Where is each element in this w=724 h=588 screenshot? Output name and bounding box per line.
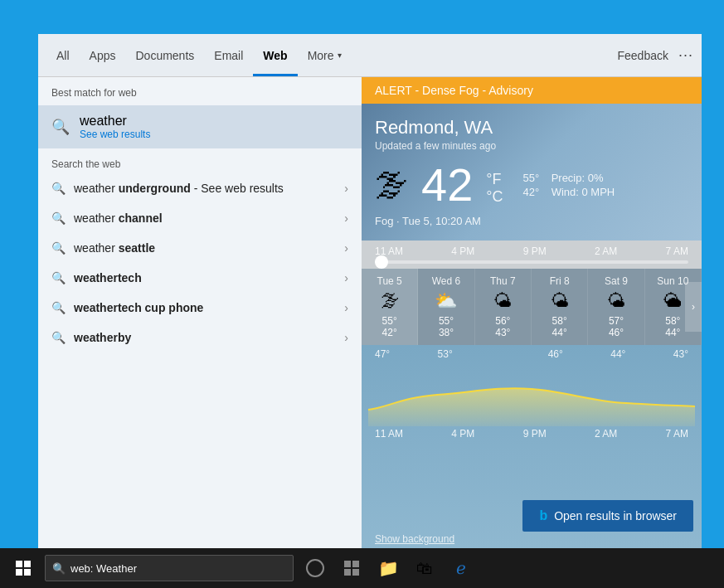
taskbar-store[interactable]: 🛍 [408, 552, 441, 585]
chevron-right-icon: › [344, 211, 348, 225]
weather-low: 42° Wind: 0 MPH [523, 186, 615, 198]
weather-current: 🌫 42 °F °C 55° Precip: 0% 42° [375, 162, 688, 208]
forecast-day-5[interactable]: Sat 9 🌤 57° 46° [588, 269, 644, 345]
nav-tabs: All Apps Documents Email Web More ▾ Feed… [38, 34, 702, 77]
svg-rect-3 [352, 569, 359, 576]
slider-thumb[interactable] [375, 255, 388, 269]
weather-time-slider[interactable] [375, 260, 688, 264]
forecast-day-3[interactable]: Thu 7 🌤 56° 43° [475, 269, 532, 345]
right-panel: ALERT - Dense Fog - Advisory Redmond, WA… [362, 77, 702, 548]
tab-documents[interactable]: Documents [125, 34, 204, 76]
tab-email[interactable]: Email [204, 34, 253, 76]
best-match-label: Best match for web [38, 87, 362, 105]
forecast-temps: 55° 42° [382, 315, 397, 338]
tab-more[interactable]: More ▾ [298, 34, 352, 76]
edge-icon: ℯ [456, 558, 466, 578]
forecast-temps: 58° 44° [665, 315, 680, 338]
feedback-button[interactable]: Feedback [618, 49, 668, 62]
weather-city: Redmond, WA [375, 117, 688, 138]
taskbar-file-explorer[interactable]: 📁 [372, 552, 405, 585]
chevron-right-icon: › [344, 182, 348, 195]
forecast-area: Tue 5 🌫 55° 42° Wed 6 ⛅ 55° 38° [362, 269, 702, 345]
forecast-date: Wed 6 [432, 275, 460, 287]
temperature-chart [362, 360, 702, 426]
search-icon: 🔍 [51, 211, 66, 225]
svg-rect-1 [352, 561, 359, 567]
weather-alert: ALERT - Dense Fog - Advisory [362, 77, 702, 104]
open-browser-label: Open results in browser [554, 509, 677, 522]
weather-slider-area: 11 AM 4 PM 9 PM 2 AM 7 AM [362, 241, 702, 269]
windows-logo-icon [16, 561, 31, 576]
weather-condition-text: Fog · Tue 5, 10:20 AM [375, 215, 688, 227]
search-web-label: Search the web [38, 148, 362, 173]
list-item[interactable]: 🔍 weather underground - See web results … [38, 173, 362, 203]
best-match-subtitle: See web results [80, 129, 150, 140]
weather-main: Redmond, WA Updated a few minutes ago 🌫 … [362, 104, 702, 241]
forecast-day-1[interactable]: Tue 5 🌫 55° 42° [362, 269, 418, 345]
search-item-text: weather seattle [74, 241, 336, 255]
forecast-icon: ⛅ [435, 290, 457, 312]
forecast-day-2[interactable]: Wed 6 ⛅ 55° 38° [418, 269, 474, 345]
taskbar-search-box[interactable]: 🔍 web: Weather [45, 555, 294, 581]
forecast-temps: 58° 44° [552, 315, 567, 338]
chevron-right-icon: › [344, 331, 348, 344]
forecast-icon: 🌤 [607, 290, 625, 312]
open-browser-button[interactable]: b Open results in browser [522, 500, 693, 532]
forecast-icon: 🌤 [493, 290, 512, 312]
svg-rect-0 [344, 561, 351, 567]
forecast-next-arrow[interactable]: › [685, 282, 702, 332]
grid-icon [343, 559, 361, 577]
list-item[interactable]: 🔍 weather seattle › [38, 233, 362, 263]
taskbar-icons: 📁 🛍 ℯ [299, 552, 478, 585]
weather-times: 11 AM 4 PM 9 PM 2 AM 7 AM [375, 245, 688, 257]
chevron-right-icon: › [344, 301, 348, 314]
weather-temperature: 42 [421, 162, 473, 208]
search-icon: 🔍 [52, 562, 66, 575]
search-item-text: weather underground - See web results [74, 182, 336, 195]
chevron-down-icon: ▾ [338, 51, 342, 60]
search-item-text: weathertech [74, 271, 336, 284]
search-item-text: weather channel [74, 211, 336, 225]
taskbar-edge[interactable]: ℯ [445, 552, 478, 585]
folder-icon: 📁 [378, 558, 399, 578]
forecast-date: Fri 8 [550, 275, 570, 287]
chevron-right-icon: › [344, 271, 348, 284]
taskbar-search-text: web: Weather [70, 562, 137, 575]
search-panel: All Apps Documents Email Web More ▾ Feed… [38, 34, 702, 548]
forecast-icon: 🌫 [381, 290, 399, 312]
start-button[interactable] [3, 548, 43, 588]
svg-rect-2 [344, 569, 351, 576]
best-match-item[interactable]: 🔍 weather See web results [38, 105, 362, 148]
weather-high: 55° Precip: 0% [523, 172, 615, 184]
list-item[interactable]: 🔍 weathertech cup phone › [38, 293, 362, 323]
list-item[interactable]: 🔍 weathertech › [38, 263, 362, 293]
search-item-text: weathertech cup phone [74, 301, 336, 314]
search-icon: 🔍 [51, 241, 66, 255]
bing-logo: b [539, 508, 547, 523]
weather-unit: °F °C [486, 171, 503, 206]
taskbar-icon-switcher[interactable] [335, 552, 368, 585]
content-area: Best match for web 🔍 weather See web res… [38, 77, 702, 548]
forecast-icon: 🌤 [551, 290, 569, 312]
list-item[interactable]: 🔍 weather channel › [38, 203, 362, 233]
forecast-icon: 🌥 [663, 290, 682, 312]
forecast-day-4[interactable]: Fri 8 🌤 58° 44° [532, 269, 588, 345]
forecast-temps: 55° 38° [439, 315, 454, 338]
tab-all[interactable]: All [46, 34, 80, 76]
taskbar: 🔍 web: Weather 📁 🛍 ℯ [0, 548, 724, 588]
tab-web[interactable]: Web [253, 34, 297, 76]
forecast-date: Sat 9 [605, 275, 628, 287]
tab-apps[interactable]: Apps [80, 34, 126, 76]
list-item[interactable]: 🔍 weatherby › [38, 323, 362, 352]
search-icon: 🔍 [51, 331, 66, 344]
search-icon: 🔍 [51, 301, 66, 314]
more-options-button[interactable]: ··· [678, 46, 693, 64]
left-panel: Best match for web 🔍 weather See web res… [38, 77, 362, 548]
forecast-temps: 57° 46° [609, 315, 624, 338]
task-view-button[interactable] [299, 552, 332, 585]
forecast-date: Tue 5 [377, 275, 402, 287]
forecast-date: Thu 7 [490, 275, 516, 287]
show-background-link[interactable]: Show background [375, 533, 454, 545]
forecast-temps: 56° 43° [495, 315, 510, 338]
search-icon: 🔍 [51, 271, 66, 284]
